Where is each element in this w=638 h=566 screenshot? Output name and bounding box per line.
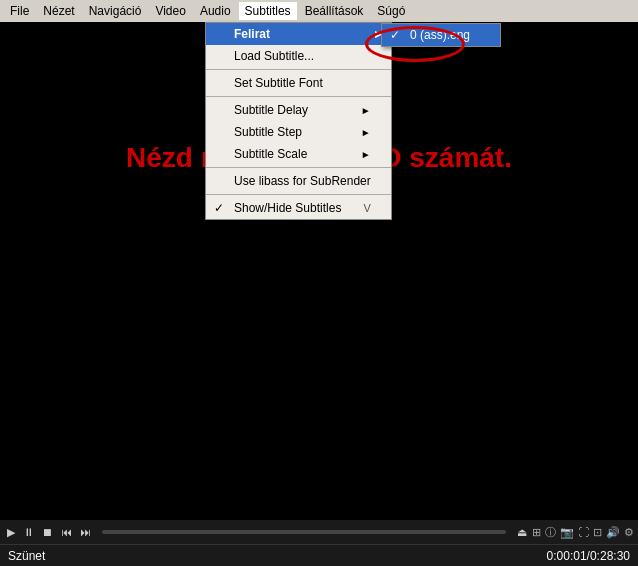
subtitles-dropdown: Felirat ► Load Subtitle... Set Subtitle … — [205, 22, 392, 220]
aspect-ratio-icon[interactable]: ⊞ — [532, 526, 541, 539]
settings-icon[interactable]: ⚙ — [624, 526, 634, 539]
dropdown-subtitle-delay[interactable]: Subtitle Delay ► — [206, 99, 391, 121]
felirat-submenu: ✓ 0 (ass).eng — [381, 23, 501, 47]
menu-file[interactable]: File — [4, 2, 35, 20]
menu-audio[interactable]: Audio — [194, 2, 237, 20]
show-hide-shortcut: V — [363, 202, 370, 214]
dropdown-show-hide-subtitles[interactable]: ✓ Show/Hide Subtitles V — [206, 197, 391, 219]
play-button[interactable]: ▶ — [4, 526, 18, 539]
status-left: Szünet — [8, 549, 45, 563]
felirat-label: Felirat — [234, 27, 270, 41]
dropdown-subtitle-scale[interactable]: Subtitle Scale ► — [206, 143, 391, 168]
track-0-label: 0 (ass).eng — [410, 28, 470, 42]
volume-icon[interactable]: 🔊 — [606, 526, 620, 539]
load-subtitle-label: Load Subtitle... — [234, 49, 314, 63]
status-time: 0:00:01/0:28:30 — [547, 549, 630, 563]
pause-button[interactable]: ⏸ — [20, 526, 37, 538]
menu-video[interactable]: Video — [149, 2, 191, 20]
right-controls: ⊞ ⓘ 📷 ⛶ ⊡ 🔊 ⚙ — [532, 525, 634, 540]
menu-beallitasok[interactable]: Beállítások — [299, 2, 370, 20]
fullscreen-icon[interactable]: ⛶ — [578, 526, 589, 538]
info-icon[interactable]: ⓘ — [545, 525, 556, 540]
next-button[interactable]: ⏭ — [77, 526, 94, 538]
subtitle-scale-arrow-icon: ► — [361, 149, 371, 160]
dropdown-load-subtitle[interactable]: Load Subtitle... — [206, 45, 391, 70]
dropdown-felirat-header[interactable]: Felirat ► — [206, 23, 391, 45]
zoom-icon[interactable]: ⊡ — [593, 526, 602, 539]
controls-bar: ▶ ⏸ ⏹ ⏮ ⏭ ⏏ ⊞ ⓘ 📷 ⛶ ⊡ 🔊 ⚙ — [0, 520, 638, 544]
progress-track[interactable] — [102, 530, 506, 534]
menu-nezet[interactable]: Nézet — [37, 2, 80, 20]
dropdown-set-subtitle-font[interactable]: Set Subtitle Font — [206, 72, 391, 97]
subtitle-delay-label: Subtitle Delay — [234, 103, 308, 117]
subtitle-delay-arrow-icon: ► — [361, 105, 371, 116]
statusbar: Szünet 0:00:01/0:28:30 — [0, 544, 638, 566]
subtitle-scale-label: Subtitle Scale — [234, 147, 307, 161]
prev-button[interactable]: ⏮ — [58, 526, 75, 538]
show-hide-check-icon: ✓ — [214, 201, 224, 215]
screenshot-icon[interactable]: 📷 — [560, 526, 574, 539]
subtitle-step-arrow-icon: ► — [361, 127, 371, 138]
eject-button[interactable]: ⏏ — [514, 526, 530, 539]
menu-navigacio[interactable]: Navigáció — [83, 2, 148, 20]
track-check-icon: ✓ — [390, 28, 400, 42]
menu-sugo[interactable]: Súgó — [371, 2, 411, 20]
menubar: File Nézet Navigáció Video Audio Subtitl… — [0, 0, 638, 22]
submenu-track-0[interactable]: ✓ 0 (ass).eng — [382, 24, 500, 46]
stop-button[interactable]: ⏹ — [39, 526, 56, 538]
dropdown-use-libass[interactable]: Use libass for SubRender — [206, 170, 391, 195]
set-subtitle-font-label: Set Subtitle Font — [234, 76, 323, 90]
dropdown-subtitle-step[interactable]: Subtitle Step ► — [206, 121, 391, 143]
menu-subtitles[interactable]: Subtitles — [239, 2, 297, 20]
subtitle-step-label: Subtitle Step — [234, 125, 302, 139]
show-hide-label: Show/Hide Subtitles — [234, 201, 341, 215]
use-libass-label: Use libass for SubRender — [234, 174, 371, 188]
